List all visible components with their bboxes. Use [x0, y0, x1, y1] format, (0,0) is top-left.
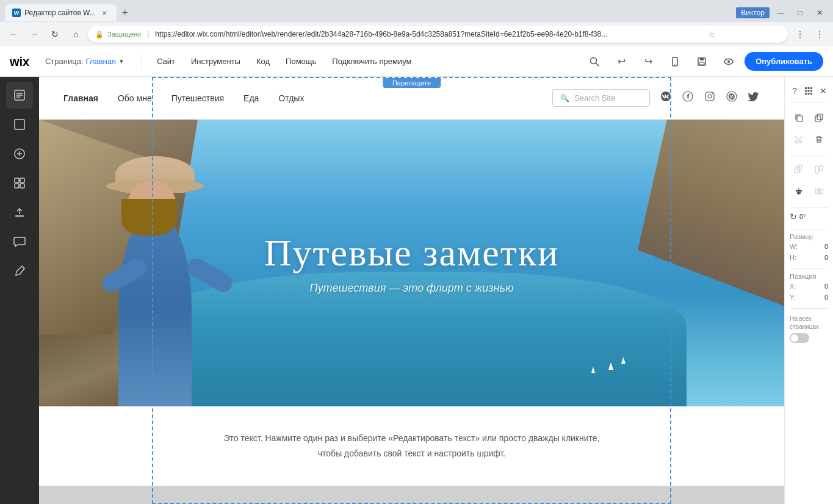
hero-section: Путевые заметки Путешествия — это флирт … [39, 120, 784, 406]
menu-upgrade[interactable]: Подключить премиум [325, 53, 419, 70]
home-button[interactable]: ⌂ [67, 26, 84, 43]
svg-rect-29 [805, 87, 807, 89]
panel-copy-button[interactable] [790, 108, 808, 128]
svg-line-23 [22, 266, 24, 268]
site-navbar: Главная Обо мне Путешествия Еда Отдых 🔍 … [39, 77, 784, 120]
nav-travel[interactable]: Путешествия [171, 93, 224, 103]
facebook-icon[interactable] [682, 90, 694, 106]
all-pages-toggle[interactable] [790, 333, 809, 343]
search-toolbar-button[interactable] [583, 51, 605, 73]
nav-rest[interactable]: Отдых [278, 93, 304, 103]
svg-rect-50 [797, 192, 801, 194]
panel-delete-button[interactable] [810, 130, 829, 149]
secure-label: Защищено [107, 31, 141, 38]
x-value: 0 [799, 283, 828, 290]
pinterest-icon[interactable] [726, 90, 738, 106]
y-value: 0 [799, 293, 828, 301]
svg-rect-34 [810, 90, 812, 92]
preview-button[interactable] [718, 51, 740, 73]
svg-point-4 [674, 63, 676, 65]
h-label: H: [790, 254, 799, 261]
social-links [660, 90, 760, 106]
svg-point-26 [708, 95, 712, 98]
nav-food[interactable]: Еда [243, 93, 259, 103]
redo-button[interactable]: ↪ [637, 51, 659, 73]
publish-button[interactable]: Опубликовать [745, 52, 823, 71]
all-pages-label: На всех страницах [790, 315, 828, 331]
panel-distribute-button[interactable] [810, 182, 829, 201]
page-selector[interactable]: Страница: Главная ▼ [45, 57, 124, 66]
instagram-icon[interactable] [704, 90, 716, 106]
svg-rect-18 [15, 178, 19, 182]
svg-rect-14 [15, 120, 24, 129]
menu-site[interactable]: Сайт [150, 53, 182, 70]
panel-cut-button[interactable] [790, 130, 808, 149]
svg-rect-47 [820, 166, 823, 171]
svg-rect-49 [796, 190, 802, 192]
h-value: 0 [799, 254, 828, 261]
menu-code[interactable]: Код [249, 53, 277, 70]
browser-tab[interactable]: W Редактор сайтов W... ✕ [5, 4, 117, 21]
svg-rect-39 [815, 116, 821, 121]
svg-rect-38 [797, 116, 802, 121]
reload-button[interactable]: ↻ [46, 26, 63, 43]
page-label: Страница: [45, 57, 84, 66]
search-box[interactable]: 🔍 Search Site [552, 89, 650, 107]
window-close-button[interactable]: ✕ [811, 7, 828, 19]
user-profile-button[interactable]: Виктор [736, 7, 770, 18]
panel-align-button[interactable] [790, 182, 808, 201]
nav-home[interactable]: Главная [63, 93, 98, 103]
sidebar-add-tool[interactable] [6, 140, 33, 167]
undo-button[interactable]: ↩ [610, 51, 632, 73]
panel-question-icon[interactable]: ? [790, 84, 799, 98]
svg-text:wix: wix [10, 55, 29, 68]
panel-close-icon[interactable]: ✕ [818, 84, 828, 98]
window-maximize-button[interactable]: □ [792, 7, 809, 19]
page-name: Главная [86, 57, 116, 66]
panel-paste-style-button[interactable] [810, 108, 829, 128]
svg-point-9 [727, 60, 730, 63]
menu-help[interactable]: Помощь [278, 53, 323, 70]
forward-button[interactable]: → [26, 26, 43, 43]
tab-close-button[interactable]: ✕ [99, 8, 109, 18]
vk-icon[interactable] [660, 90, 672, 106]
tab-title: Редактор сайтов W... [24, 9, 96, 17]
svg-point-27 [712, 93, 713, 95]
wix-toolbar: wix Страница: Главная ▼ Сайт Инструменты… [0, 46, 833, 77]
extensions-button[interactable]: ⋮ [792, 26, 809, 43]
sidebar-section-tool[interactable] [6, 111, 33, 138]
sidebar-chat-tool[interactable] [6, 228, 33, 255]
svg-rect-52 [815, 189, 818, 194]
menu-tools[interactable]: Инструменты [184, 53, 248, 70]
svg-rect-35 [805, 93, 807, 95]
panel-arrange-button[interactable] [810, 160, 829, 179]
bookmark-star-icon[interactable]: ☆ [708, 29, 716, 39]
new-tab-button[interactable]: + [117, 4, 134, 21]
svg-rect-33 [808, 90, 810, 92]
sidebar-apps-tool[interactable] [6, 170, 33, 196]
address-bar-input[interactable]: 🔒 Защищено | https://editor.wix.com/html… [88, 26, 788, 43]
hero-subtitle: Путешествия — это флирт с жизнью [310, 282, 514, 295]
w-label: W: [790, 243, 799, 250]
browser-menu-button[interactable]: ⋮ [811, 26, 828, 43]
svg-rect-21 [20, 184, 24, 188]
back-button[interactable]: ← [5, 26, 22, 43]
page-dropdown-icon[interactable]: ▼ [118, 58, 124, 65]
window-minimize-button[interactable]: — [772, 7, 789, 19]
sidebar-pen-tool[interactable] [6, 257, 33, 284]
svg-line-2 [596, 63, 599, 66]
panel-duplicate-button[interactable] [790, 160, 808, 179]
sidebar-upload-tool[interactable] [6, 199, 33, 226]
panel-grid-icon[interactable] [804, 84, 814, 98]
nav-about[interactable]: Обо мне [118, 93, 152, 103]
svg-rect-36 [808, 93, 810, 95]
canvas-area[interactable]: Главная Обо мне Путешествия Еда Отдых 🔍 … [39, 77, 784, 504]
tab-favicon: W [12, 9, 21, 17]
save-button[interactable] [691, 51, 713, 73]
sidebar-blog-tool[interactable] [6, 82, 33, 109]
svg-rect-30 [808, 87, 810, 89]
mobile-view-button[interactable] [664, 51, 686, 73]
content-section: Это текст. Нажмите один раз и выберите «… [39, 406, 784, 486]
twitter-icon[interactable] [748, 90, 760, 106]
site-preview: Главная Обо мне Путешествия Еда Отдых 🔍 … [39, 77, 784, 486]
